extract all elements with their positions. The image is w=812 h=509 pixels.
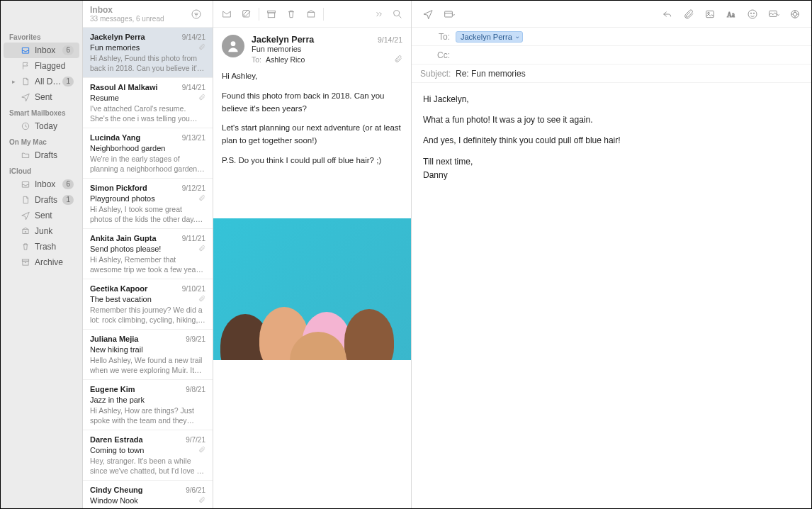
message-from: Geetika Kapoor: [90, 284, 182, 294]
svg-point-9: [394, 10, 400, 16]
message-item[interactable]: Eugene Kim9/8/21Jazz in the parkHi Ashle…: [83, 380, 213, 430]
sender-avatar: [222, 35, 244, 57]
attachment-icon: [198, 43, 205, 53]
sidebar-item-inbox[interactable]: Inbox6: [4, 43, 79, 58]
inbox-icon: [21, 45, 30, 55]
message-subject: Send photos please!: [90, 244, 198, 254]
sidebar-item-junk[interactable]: Junk: [4, 223, 79, 239]
format-icon[interactable]: Aa: [722, 5, 740, 23]
sidebar-item-sent[interactable]: Sent: [4, 89, 79, 105]
sidebar-section-header: Favorites: [1, 29, 82, 43]
doc-icon: [21, 77, 30, 86]
send-icon[interactable]: [419, 5, 437, 23]
reply-arrow-icon[interactable]: [658, 5, 677, 23]
more-icon[interactable]: [368, 5, 387, 23]
sidebar-item-label: Sent: [35, 211, 74, 220]
junk-icon[interactable]: [302, 5, 320, 23]
emoji-icon[interactable]: [743, 5, 762, 23]
message-item[interactable]: Rasoul Al Malkawi9/14/21ResumeI've attac…: [83, 78, 213, 128]
reply-icon[interactable]: [218, 5, 236, 23]
message-list-pane: Inbox 33 messages, 6 unread Jackelyn Per…: [83, 1, 213, 508]
search-icon[interactable]: [388, 5, 407, 23]
sidebar-badge: 1: [62, 195, 74, 205]
trash-icon[interactable]: [282, 5, 300, 23]
sidebar-badge: 6: [62, 179, 74, 189]
message-item[interactable]: Cindy Cheung9/6/21Window NookHey Ashley!…: [83, 481, 213, 508]
attachment-icon: [198, 94, 205, 104]
sidebar-item-drafts[interactable]: Drafts1: [4, 192, 79, 208]
filter-icon[interactable]: [187, 5, 205, 23]
header-fields-icon[interactable]: ⌄: [440, 5, 458, 23]
viewer-date: 9/14/21: [378, 35, 402, 44]
svg-point-4: [192, 10, 201, 18]
message-item[interactable]: Jackelyn Perra9/14/21Fun memoriesHi Ashl…: [83, 28, 213, 78]
message-subject: New hiking trail: [90, 345, 198, 355]
sidebar-item-all-drafts[interactable]: ▸All Drafts1: [4, 74, 79, 89]
attachment-icon: [198, 496, 205, 506]
viewer-subject: Fun memories: [252, 45, 402, 53]
message-from: Jackelyn Perra: [90, 32, 182, 43]
compose-body[interactable]: Hi Jackelyn,What a fun photo! It was a j…: [412, 83, 811, 508]
message-subject: Neighborhood garden: [90, 143, 198, 154]
photo-icon[interactable]: [701, 5, 719, 23]
message-date: 9/11/21: [182, 234, 205, 244]
send-icon: [21, 92, 30, 102]
sidebar-item-trash[interactable]: Trash: [4, 239, 79, 254]
compose-to-field[interactable]: To: Jackelyn Perra: [412, 28, 811, 46]
compose-toolbar: ⌄ Aa ⌄: [412, 1, 811, 28]
sidebar-item-drafts[interactable]: Drafts: [4, 147, 79, 163]
compose-body-line[interactable]: Till next time, Danny: [423, 155, 800, 182]
message-subject: Fun memories: [90, 43, 198, 53]
message-date: 9/14/21: [182, 33, 205, 43]
message-item[interactable]: Lucinda Yang9/13/21Neighborhood gardenWe…: [83, 128, 213, 179]
message-item[interactable]: Daren Estrada9/7/21Coming to townHey, st…: [83, 430, 213, 481]
message-from: Ankita Jain Gupta: [90, 233, 182, 244]
message-item[interactable]: Ankita Jain Gupta9/11/21Send photos plea…: [83, 229, 213, 279]
message-preview: Hi Ashley, How are things? Just spoke wi…: [90, 405, 205, 425]
attach-icon[interactable]: [680, 5, 698, 23]
sidebar-item-label: Archive: [35, 257, 74, 267]
recipient-pill[interactable]: Jackelyn Perra: [456, 31, 523, 43]
compose-icon[interactable]: [237, 5, 256, 23]
message-from: Cindy Cheung: [90, 485, 186, 496]
markup-icon[interactable]: [786, 5, 804, 23]
message-date: 9/10/21: [182, 284, 205, 294]
compose-cc-field[interactable]: Cc:: [412, 46, 811, 65]
sidebar-item-flagged[interactable]: Flagged: [4, 58, 79, 74]
sidebar-item-archive[interactable]: Archive: [4, 254, 79, 270]
message-from: Juliana Mejia: [90, 334, 186, 345]
viewer-header: Jackelyn Perra 9/14/21 Fun memories To: …: [213, 28, 411, 70]
message-preview: I've attached Carol's resume. She's the …: [90, 104, 205, 123]
sidebar-item-sent[interactable]: Sent: [4, 208, 79, 223]
compose-subject-value[interactable]: Re: Fun memories: [456, 69, 803, 79]
message-viewer-pane: Jackelyn Perra 9/14/21 Fun memories To: …: [213, 1, 412, 508]
message-item[interactable]: Juliana Mejia9/9/21New hiking trailHello…: [83, 330, 213, 380]
media-browser-icon[interactable]: ⌄: [765, 5, 783, 23]
archive-icon: [21, 257, 30, 267]
compose-body-line[interactable]: Hi Jackelyn,: [423, 93, 800, 106]
message-list-subtitle: 33 messages, 6 unread: [90, 15, 187, 23]
sidebar-badge: 6: [62, 45, 74, 55]
message-subject: Jazz in the park: [90, 395, 198, 405]
attachment-icon: [198, 446, 205, 456]
archive-icon[interactable]: [262, 5, 281, 23]
compose-body-line[interactable]: What a fun photo! It was a joy to see it…: [423, 113, 800, 127]
message-list-body: Jackelyn Perra9/14/21Fun memoriesHi Ashl…: [83, 28, 213, 508]
sidebar-section-header: On My Mac: [1, 134, 82, 147]
message-item[interactable]: Geetika Kapoor9/10/21The best vacationRe…: [83, 279, 213, 330]
mailbox-sidebar: FavoritesInbox6Flagged▸All Drafts1SentSm…: [1, 1, 83, 508]
sidebar-item-label: Drafts: [35, 150, 74, 160]
compose-subject-field[interactable]: Subject: Re: Fun memories: [412, 65, 811, 83]
message-item[interactable]: Simon Pickford9/12/21Playground photosHi…: [83, 179, 213, 229]
sidebar-item-inbox[interactable]: Inbox6: [4, 177, 79, 192]
svg-rect-7: [268, 13, 274, 18]
attachment-icon: [198, 245, 205, 254]
sidebar-item-label: Trash: [35, 242, 74, 252]
viewer-attachment-image[interactable]: [213, 218, 411, 360]
sidebar-item-today[interactable]: Today: [4, 118, 79, 134]
attachment-icon: [198, 194, 205, 204]
compose-body-line[interactable]: And yes, I definitely think you could pu…: [423, 134, 800, 147]
viewer-body-line: Hi Ashley,: [222, 70, 402, 83]
message-preview: Remember this journey? We did a lot: roc…: [90, 305, 205, 325]
message-from: Daren Estrada: [90, 435, 186, 445]
